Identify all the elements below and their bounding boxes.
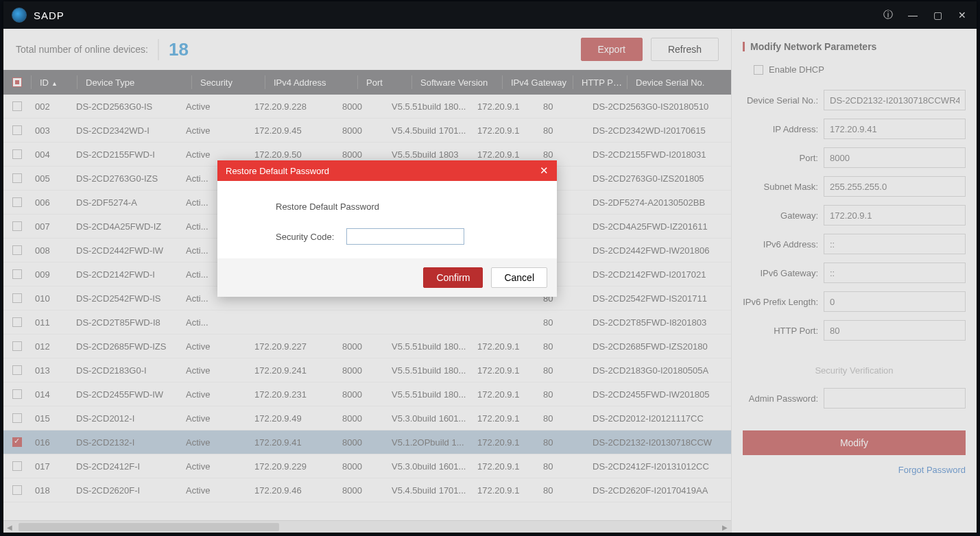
- app-title: SADP: [34, 10, 64, 21]
- app-logo-icon: [12, 8, 27, 23]
- modal-close-icon[interactable]: ✕: [540, 165, 549, 177]
- maximize-icon[interactable]: ▢: [931, 9, 944, 21]
- modal-body-label: Restore Default Password: [276, 202, 536, 212]
- security-code-input[interactable]: [346, 228, 464, 245]
- restore-password-modal: Restore Default Password ✕ Restore Defau…: [217, 160, 557, 297]
- cancel-button[interactable]: Cancel: [491, 267, 547, 288]
- titlebar: SADP ⓘ — ▢ ✕: [3, 1, 977, 29]
- security-code-label: Security Code:: [276, 232, 334, 242]
- close-icon[interactable]: ✕: [956, 9, 968, 21]
- modal-title: Restore Default Password: [226, 166, 329, 176]
- confirm-button[interactable]: Confirm: [423, 267, 483, 288]
- minimize-icon[interactable]: —: [907, 9, 919, 21]
- info-icon[interactable]: ⓘ: [882, 9, 894, 21]
